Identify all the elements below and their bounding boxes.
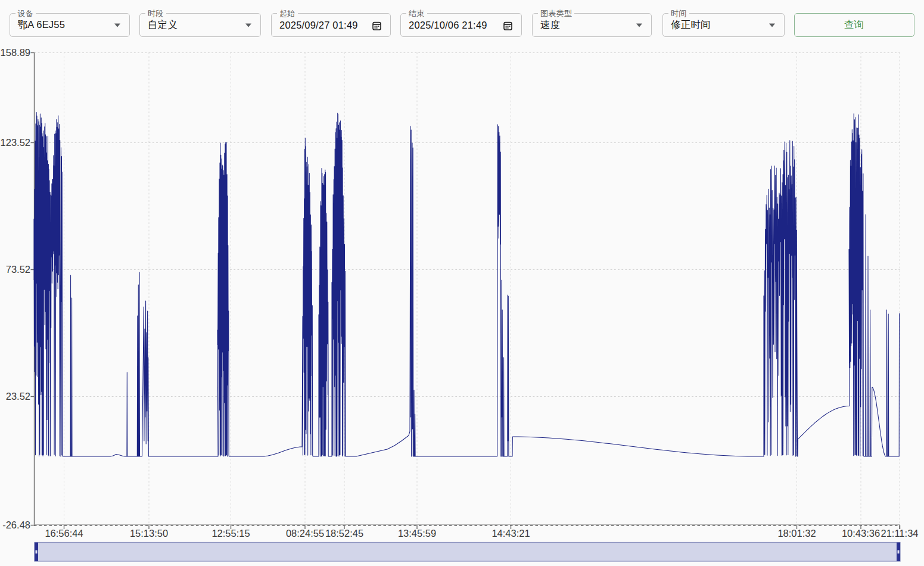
svg-text:15:13:50: 15:13:50 <box>130 528 168 539</box>
svg-text:23.52: 23.52 <box>6 391 30 402</box>
svg-text:14:43:21: 14:43:21 <box>491 528 530 539</box>
svg-text:12:55:15: 12:55:15 <box>211 528 250 539</box>
svg-text:18:01:32: 18:01:32 <box>777 528 816 539</box>
svg-text:18:52:45: 18:52:45 <box>325 528 363 539</box>
svg-text:158.89: 158.89 <box>1 47 30 58</box>
svg-text:08:24:55: 08:24:55 <box>286 528 324 539</box>
svg-text:123.52: 123.52 <box>1 137 30 148</box>
svg-text:-26.48: -26.48 <box>2 520 30 530</box>
svg-text:21:11:34: 21:11:34 <box>881 528 918 539</box>
svg-text:16:56:44: 16:56:44 <box>45 528 83 539</box>
svg-text:10:43:36: 10:43:36 <box>842 528 880 539</box>
svg-text:73.52: 73.52 <box>6 264 30 275</box>
svg-text:13:45:59: 13:45:59 <box>398 528 436 539</box>
